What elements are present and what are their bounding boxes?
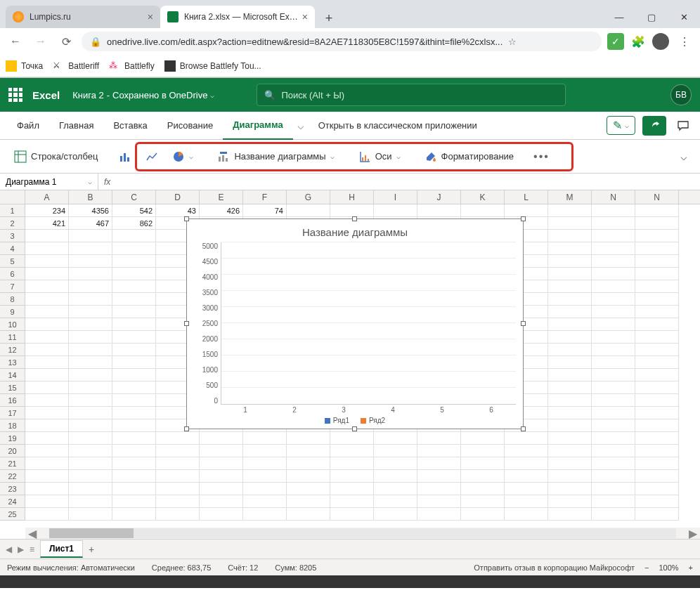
- bookmark-item[interactable]: Browse Battlefy Tou...: [164, 60, 261, 72]
- cell[interactable]: [374, 432, 417, 445]
- row-header[interactable]: 19: [0, 432, 25, 445]
- row-header[interactable]: 1: [0, 204, 25, 217]
- tab-file[interactable]: Файл: [7, 112, 49, 140]
- cell[interactable]: 862: [112, 217, 156, 230]
- cell[interactable]: [112, 306, 156, 318]
- cell[interactable]: [287, 483, 330, 495]
- cell[interactable]: [592, 457, 635, 470]
- cell[interactable]: [417, 432, 461, 445]
- back-button[interactable]: ←: [6, 32, 25, 51]
- cell[interactable]: [548, 407, 592, 419]
- cell[interactable]: [69, 381, 112, 394]
- select-all-corner[interactable]: [0, 190, 25, 204]
- cell[interactable]: [69, 483, 112, 495]
- resize-handle[interactable]: [184, 321, 189, 326]
- cell[interactable]: [69, 255, 112, 268]
- cell[interactable]: [112, 483, 156, 495]
- row-header[interactable]: 2: [0, 217, 25, 230]
- cell[interactable]: [635, 508, 679, 521]
- cell[interactable]: [69, 318, 112, 331]
- row-header[interactable]: 3: [0, 230, 25, 242]
- cell[interactable]: [112, 470, 156, 483]
- minimize-button[interactable]: —: [603, 6, 635, 28]
- col-header[interactable]: N: [635, 190, 679, 204]
- cell[interactable]: [417, 495, 461, 508]
- cell[interactable]: [635, 432, 679, 445]
- cell[interactable]: [592, 470, 635, 483]
- cell[interactable]: [287, 470, 330, 483]
- user-avatar[interactable]: БВ: [670, 84, 692, 105]
- cell[interactable]: [548, 306, 592, 318]
- cell[interactable]: [548, 255, 592, 268]
- cell[interactable]: 467: [69, 217, 112, 230]
- cell[interactable]: [112, 331, 156, 344]
- cell[interactable]: [200, 432, 243, 445]
- cell[interactable]: [69, 369, 112, 381]
- cell[interactable]: [548, 394, 592, 407]
- sheet-list-button[interactable]: ≡: [30, 544, 34, 554]
- cell[interactable]: [112, 495, 156, 508]
- cell[interactable]: [112, 457, 156, 470]
- cell[interactable]: [25, 293, 69, 306]
- resize-handle[interactable]: [521, 426, 526, 431]
- cell[interactable]: [25, 483, 69, 495]
- cell[interactable]: [592, 369, 635, 381]
- cell[interactable]: [548, 381, 592, 394]
- cell[interactable]: [243, 470, 287, 483]
- cell[interactable]: [548, 318, 592, 331]
- tab-home[interactable]: Главная: [49, 112, 103, 140]
- cell[interactable]: [25, 432, 69, 445]
- col-header[interactable]: A: [25, 190, 69, 204]
- cell[interactable]: [25, 242, 69, 255]
- cell[interactable]: [505, 457, 548, 470]
- close-icon[interactable]: ×: [148, 11, 153, 22]
- cell[interactable]: [330, 204, 374, 217]
- cell[interactable]: [548, 204, 592, 217]
- cell[interactable]: [592, 445, 635, 457]
- sheet-tab[interactable]: Лист1: [40, 540, 83, 558]
- cell[interactable]: [69, 508, 112, 521]
- cell[interactable]: [69, 242, 112, 255]
- cell[interactable]: 43: [156, 204, 200, 217]
- cell[interactable]: [548, 457, 592, 470]
- row-header[interactable]: 6: [0, 268, 25, 280]
- cell[interactable]: [25, 318, 69, 331]
- cell[interactable]: [548, 280, 592, 293]
- cell[interactable]: [287, 432, 330, 445]
- cell[interactable]: [200, 483, 243, 495]
- col-header[interactable]: L: [505, 190, 548, 204]
- switch-row-column-button[interactable]: Строка/столбец: [7, 145, 105, 168]
- extension-icon[interactable]: ✓: [607, 33, 624, 50]
- cell[interactable]: [461, 432, 505, 445]
- cell[interactable]: [69, 457, 112, 470]
- cell[interactable]: [417, 204, 461, 217]
- cell[interactable]: [635, 457, 679, 470]
- cell[interactable]: [548, 483, 592, 495]
- cell[interactable]: [417, 470, 461, 483]
- cell[interactable]: [635, 230, 679, 242]
- close-icon[interactable]: ×: [302, 11, 308, 22]
- cell[interactable]: [156, 483, 200, 495]
- line-chart-type-button[interactable]: [138, 145, 165, 168]
- tab-more-icon[interactable]: ⌵: [293, 119, 309, 132]
- col-header[interactable]: C: [112, 190, 156, 204]
- cell[interactable]: [592, 483, 635, 495]
- cell[interactable]: [330, 432, 374, 445]
- cell[interactable]: [25, 407, 69, 419]
- feedback-link[interactable]: Отправить отзыв в корпорацию Майкрософт: [474, 563, 635, 572]
- row-header[interactable]: 7: [0, 280, 25, 293]
- row-header[interactable]: 5: [0, 255, 25, 268]
- cell[interactable]: [156, 457, 200, 470]
- cell[interactable]: [243, 457, 287, 470]
- cell[interactable]: [69, 344, 112, 356]
- cell[interactable]: [112, 356, 156, 369]
- col-header[interactable]: G: [287, 190, 330, 204]
- cell[interactable]: [25, 445, 69, 457]
- chart-title[interactable]: Название диаграммы: [194, 226, 516, 238]
- cell[interactable]: [25, 369, 69, 381]
- comments-button[interactable]: [673, 116, 693, 136]
- cell[interactable]: 542: [112, 204, 156, 217]
- cell[interactable]: [505, 483, 548, 495]
- cell[interactable]: [69, 306, 112, 318]
- cell[interactable]: [592, 381, 635, 394]
